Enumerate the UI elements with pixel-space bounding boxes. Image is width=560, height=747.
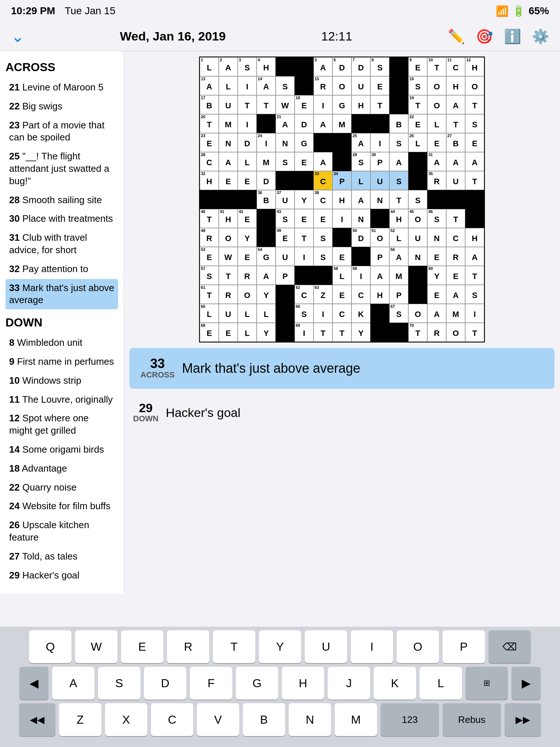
cell-14-6[interactable]: T [314,323,332,342]
cell-3-14[interactable]: S [465,114,484,133]
cell-14-11[interactable]: 70T [408,323,427,342]
cell-5-1[interactable]: A [219,152,238,171]
cell-6-8[interactable]: L [351,171,370,190]
cell-0-10[interactable] [389,57,408,76]
cell-6-12[interactable]: 35R [427,171,446,190]
key-123[interactable]: 123 [381,703,439,736]
cell-13-0[interactable]: 65L [200,304,219,323]
cell-13-2[interactable]: L [238,304,257,323]
clue-down-11[interactable]: 11 The Louvre, originally [5,391,118,409]
cell-7-6[interactable]: 38C [314,190,332,209]
cell-3-12[interactable]: L [427,114,446,133]
cell-2-4[interactable]: W [276,95,295,114]
key-h[interactable]: H [282,667,324,700]
cell-9-10[interactable]: 52L [389,228,408,247]
cell-1-10[interactable] [389,76,408,95]
cell-13-4[interactable] [276,304,295,323]
clue-across-31[interactable]: 31 Club with travel advice, for short [5,229,118,259]
cell-14-9[interactable] [370,323,389,342]
cell-3-13[interactable]: T [446,114,465,133]
key-nav-left[interactable]: ◀ [19,667,48,700]
key-z[interactable]: Z [59,703,101,736]
cell-2-8[interactable]: H [351,95,370,114]
cell-0-7[interactable]: 6D [332,57,351,76]
cell-9-8[interactable]: 50D [351,228,370,247]
cell-12-14[interactable]: S [465,285,484,304]
cell-14-5[interactable]: 69I [295,323,314,342]
cell-11-4[interactable]: P [276,266,295,285]
cell-10-13[interactable]: R [446,247,465,266]
clue-down-8[interactable]: 8 Wimbledon unit [5,334,118,352]
cell-3-6[interactable]: A [314,114,332,133]
clue-down-10[interactable]: 10 Windows strip [5,372,118,390]
clue-across-30[interactable]: 30 Place with treatments [5,210,118,228]
cell-4-6[interactable] [314,133,332,152]
key-w[interactable]: W [75,630,117,663]
cell-11-5[interactable] [295,266,314,285]
cell-11-2[interactable]: R [238,266,257,285]
cell-4-9[interactable]: I [370,133,389,152]
cell-12-0[interactable]: 61T [200,285,219,304]
cell-0-5[interactable] [295,57,314,76]
cell-3-4[interactable]: 21A [276,114,295,133]
cell-1-7[interactable]: O [332,76,351,95]
cell-14-12[interactable]: R [427,323,446,342]
cell-8-2[interactable]: 42E [238,209,257,228]
cell-1-0[interactable]: 13A [200,76,219,95]
cell-7-14[interactable] [465,190,484,209]
cell-4-3[interactable]: 24I [257,133,276,152]
cell-12-12[interactable]: E [427,285,446,304]
clue-across-32[interactable]: 32 Pay attention to [5,260,118,278]
cell-10-4[interactable]: U [276,247,295,266]
cell-7-2[interactable] [238,190,257,209]
cell-7-7[interactable]: H [332,190,351,209]
cell-13-13[interactable]: M [446,304,465,323]
cell-2-2[interactable]: T [238,95,257,114]
cell-8-5[interactable]: E [295,209,314,228]
key-x[interactable]: X [105,703,147,736]
key-nav-prev[interactable]: ◀◀ [19,703,55,736]
cell-2-10[interactable] [389,95,408,114]
cell-0-2[interactable]: 3S [238,57,257,76]
cell-1-8[interactable]: U [351,76,370,95]
cell-5-4[interactable]: S [276,152,295,171]
cell-9-13[interactable]: C [446,228,465,247]
key-l[interactable]: L [420,667,462,700]
cell-4-11[interactable]: 26L [408,133,427,152]
clue-across-33[interactable]: 33 Mark that's just above average [5,279,118,310]
cell-9-9[interactable]: 51O [370,228,389,247]
cell-10-2[interactable]: E [238,247,257,266]
cell-8-0[interactable]: 40T [200,209,219,228]
cell-14-3[interactable]: Y [257,323,276,342]
cell-6-4[interactable] [276,171,295,190]
cell-4-13[interactable]: 27B [446,133,465,152]
cell-11-3[interactable]: A [257,266,276,285]
cell-11-12[interactable]: 60Y [427,266,446,285]
cell-12-4[interactable] [276,285,295,304]
cell-1-14[interactable]: O [465,76,484,95]
cell-9-4[interactable]: 49E [276,228,295,247]
cell-5-0[interactable]: 28C [200,152,219,171]
cell-1-6[interactable]: 15R [314,76,332,95]
cell-8-4[interactable]: 43S [276,209,295,228]
cell-12-9[interactable]: H [370,285,389,304]
cell-5-13[interactable]: A [446,152,465,171]
cell-2-11[interactable]: 19T [408,95,427,114]
cell-6-0[interactable]: 32H [200,171,219,190]
cell-0-14[interactable]: 12H [465,57,484,76]
key-u[interactable]: U [305,630,347,663]
cell-10-5[interactable]: I [295,247,314,266]
cell-13-5[interactable]: 66S [295,304,314,323]
cell-8-13[interactable]: T [446,209,465,228]
clue-across-23[interactable]: 23 Part of a movie that can be spoiled [5,116,118,147]
cell-8-14[interactable] [465,209,484,228]
cell-0-6[interactable]: 5A [314,57,332,76]
cell-0-11[interactable]: 9E [408,57,427,76]
cell-6-9[interactable]: U [370,171,389,190]
cell-10-6[interactable]: S [314,247,332,266]
cell-2-6[interactable]: I [314,95,332,114]
cell-11-1[interactable]: T [219,266,238,285]
cell-13-8[interactable]: K [351,304,370,323]
cell-14-7[interactable]: T [332,323,351,342]
cell-7-1[interactable] [219,190,238,209]
